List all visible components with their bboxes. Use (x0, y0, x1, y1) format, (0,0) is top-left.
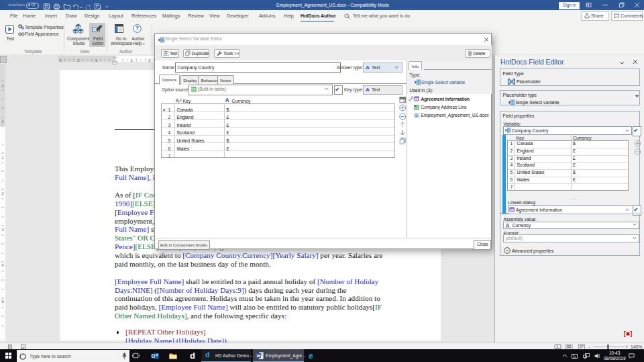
svg-text:2: 2 (1, 191, 3, 195)
svg-text:1: 1 (1, 120, 3, 124)
svg-text:W: W (257, 354, 261, 358)
svg-text:4: 4 (1, 263, 3, 267)
svg-text:1: 1 (1, 156, 3, 160)
svg-text:2: 2 (77, 58, 80, 62)
svg-text:5: 5 (573, 354, 574, 357)
svg-text:1: 1 (95, 58, 98, 62)
svg-text:?: ? (136, 25, 139, 32)
svg-text:z: z (178, 99, 180, 103)
svg-text:1: 1 (131, 58, 133, 62)
svg-text:3: 3 (1, 228, 3, 232)
svg-text:3: 3 (59, 58, 62, 62)
svg-text:2: 2 (1, 84, 3, 88)
svg-text:5: 5 (1, 300, 3, 304)
svg-text:2: 2 (148, 58, 151, 62)
